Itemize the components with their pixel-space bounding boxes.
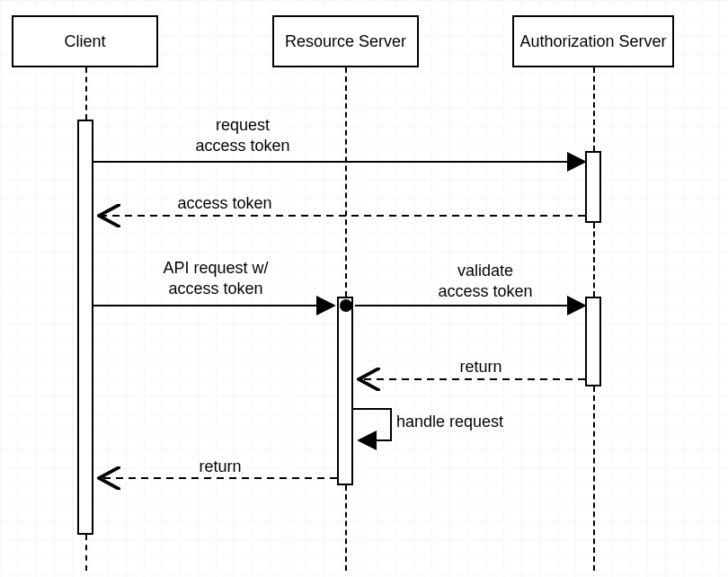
msg-final-return: return bbox=[166, 457, 274, 477]
lifeline-auth-c bbox=[593, 386, 595, 571]
lifeline-client bbox=[85, 67, 87, 120]
msg-validate-token: validate access token bbox=[404, 261, 566, 301]
lifeline-resource bbox=[345, 67, 347, 297]
msg-request-access-token: request access token bbox=[153, 115, 333, 155]
msg-handle-request: handle request bbox=[396, 412, 540, 432]
lifeline-auth-b bbox=[593, 223, 595, 297]
msg-validate-return: return bbox=[427, 357, 535, 377]
found-message-dot bbox=[340, 299, 352, 312]
actor-client-label: Client bbox=[64, 31, 105, 52]
lifeline-resource-below bbox=[345, 485, 347, 571]
grid-background bbox=[0, 0, 728, 577]
activation-auth-1 bbox=[585, 151, 601, 223]
msg-access-token-return: access token bbox=[135, 193, 315, 214]
actor-resource-server: Resource Server bbox=[272, 15, 419, 67]
actor-client: Client bbox=[12, 15, 158, 67]
activation-client bbox=[77, 120, 93, 535]
lifeline-auth-a bbox=[593, 67, 595, 151]
sequence-diagram: { "actors": { "client": "Client", "resou… bbox=[0, 0, 728, 577]
activation-auth-2 bbox=[585, 297, 601, 386]
actor-resource-label: Resource Server bbox=[285, 31, 406, 52]
activation-resource bbox=[337, 297, 353, 485]
msg-api-request: API request w/ access token bbox=[126, 258, 306, 298]
actor-auth-label: Authorization Server bbox=[519, 31, 666, 52]
actor-authorization-server: Authorization Server bbox=[512, 15, 674, 67]
lifeline-client-below bbox=[85, 535, 87, 571]
